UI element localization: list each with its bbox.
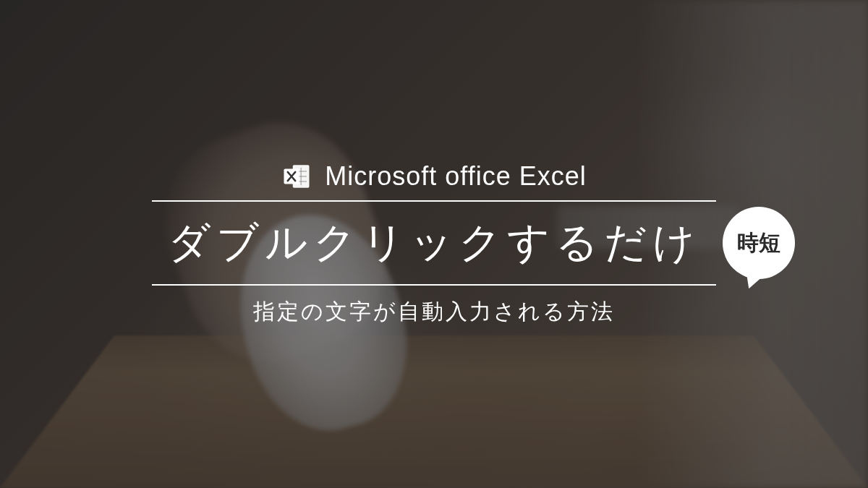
product-name: Microsoft office Excel — [325, 161, 586, 192]
main-title: ダブルクリックするだけ — [168, 215, 701, 271]
header-row: Microsoft office Excel — [281, 161, 586, 192]
badge-text: 時短 — [737, 228, 780, 258]
excel-icon — [281, 161, 312, 192]
text-content: Microsoft office Excel ダブルクリックするだけ 時短 指定… — [0, 0, 868, 488]
badge-container: 時短 — [723, 207, 795, 279]
main-title-row: ダブルクリックするだけ 時短 — [168, 202, 701, 284]
speech-bubble-icon: 時短 — [723, 207, 795, 279]
subtitle: 指定の文字が自動入力される方法 — [253, 297, 615, 327]
divider-bottom — [152, 284, 716, 286]
